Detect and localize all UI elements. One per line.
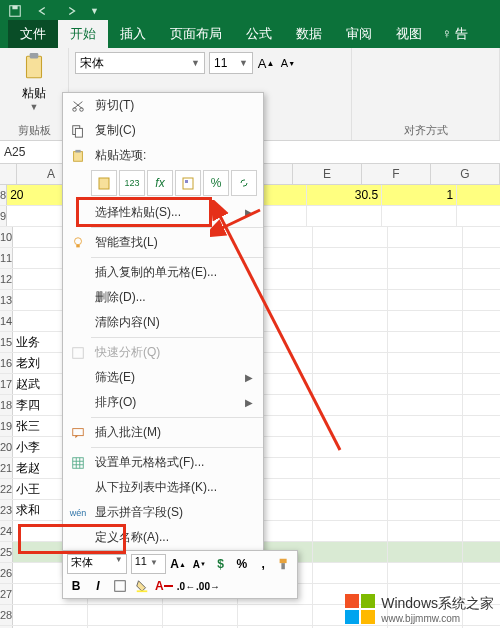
cell[interactable] xyxy=(313,269,388,289)
cell[interactable] xyxy=(463,479,500,499)
undo-icon[interactable] xyxy=(34,2,52,20)
ctx-insert-comment[interactable]: 插入批注(M) xyxy=(63,420,263,445)
name-box[interactable]: A25 xyxy=(0,143,65,161)
cell[interactable] xyxy=(382,206,457,226)
font-name-combo[interactable]: 宋体 ▼ xyxy=(75,52,205,74)
ctx-insert-copied[interactable]: 插入复制的单元格(E)... xyxy=(63,260,263,285)
paste-opt-formatting[interactable] xyxy=(175,170,201,196)
row-header[interactable]: 20 xyxy=(0,437,13,457)
paste-opt-values[interactable]: 123 xyxy=(119,170,145,196)
tab-pagelayout[interactable]: 页面布局 xyxy=(158,20,234,48)
paste-dropdown-icon[interactable]: ▼ xyxy=(30,102,39,112)
tab-formulas[interactable]: 公式 xyxy=(234,20,284,48)
mini-decrease-font-icon[interactable]: A▼ xyxy=(191,555,208,573)
mini-format-painter-icon[interactable] xyxy=(276,555,293,573)
ctx-filter[interactable]: 筛选(E) ▶ xyxy=(63,365,263,390)
cell[interactable]: 1 xyxy=(382,185,457,205)
row-header[interactable]: 9 xyxy=(0,206,7,226)
row-header[interactable]: 12 xyxy=(0,269,13,289)
cell[interactable] xyxy=(463,269,500,289)
row-header[interactable]: 19 xyxy=(0,416,13,436)
save-icon[interactable] xyxy=(6,2,24,20)
row-header[interactable]: 27 xyxy=(0,584,13,604)
qat-dropdown-icon[interactable]: ▼ xyxy=(90,6,99,16)
cell[interactable] xyxy=(388,395,463,415)
cell[interactable] xyxy=(313,395,388,415)
mini-decrease-decimal-icon[interactable]: .0← xyxy=(177,577,195,595)
tell-me[interactable]: ♀ 告 xyxy=(434,20,476,48)
cell[interactable] xyxy=(313,374,388,394)
cell[interactable] xyxy=(457,185,500,205)
row-header[interactable]: 17 xyxy=(0,374,13,394)
cell[interactable] xyxy=(313,542,388,562)
cell[interactable] xyxy=(313,563,388,583)
row-header[interactable]: 22 xyxy=(0,479,13,499)
cell[interactable] xyxy=(463,227,500,247)
cell[interactable] xyxy=(463,563,500,583)
cell[interactable] xyxy=(13,605,88,625)
cell[interactable] xyxy=(313,416,388,436)
cell[interactable] xyxy=(463,542,500,562)
cell[interactable] xyxy=(388,269,463,289)
tab-review[interactable]: 审阅 xyxy=(334,20,384,48)
cell[interactable] xyxy=(388,416,463,436)
cell[interactable] xyxy=(463,458,500,478)
cell[interactable] xyxy=(463,416,500,436)
row-header[interactable]: 23 xyxy=(0,500,13,520)
cell[interactable] xyxy=(388,563,463,583)
cell[interactable] xyxy=(463,290,500,310)
ctx-format-cells[interactable]: 设置单元格格式(F)... xyxy=(63,450,263,475)
tab-home[interactable]: 开始 xyxy=(58,20,108,48)
row-header[interactable]: 18 xyxy=(0,395,13,415)
cell[interactable] xyxy=(313,227,388,247)
font-size-combo[interactable]: 11 ▼ xyxy=(209,52,253,74)
cell[interactable] xyxy=(313,311,388,331)
row-header[interactable]: 15 xyxy=(0,332,13,352)
cell[interactable] xyxy=(163,605,238,625)
cell[interactable] xyxy=(463,311,500,331)
cell[interactable] xyxy=(388,311,463,331)
cell[interactable] xyxy=(463,248,500,268)
cell[interactable] xyxy=(388,500,463,520)
row-header[interactable]: 13 xyxy=(0,290,13,310)
ctx-clear[interactable]: 清除内容(N) xyxy=(63,310,263,335)
cell[interactable] xyxy=(463,332,500,352)
ctx-copy[interactable]: 复制(C) xyxy=(63,118,263,143)
cell[interactable] xyxy=(463,500,500,520)
redo-icon[interactable] xyxy=(62,2,80,20)
paste-opt-all[interactable] xyxy=(91,170,117,196)
mini-increase-decimal-icon[interactable]: .00→ xyxy=(199,577,217,595)
mini-increase-font-icon[interactable]: A▲ xyxy=(170,555,187,573)
cell[interactable] xyxy=(313,248,388,268)
row-header[interactable]: 11 xyxy=(0,248,13,268)
tab-insert[interactable]: 插入 xyxy=(108,20,158,48)
tab-data[interactable]: 数据 xyxy=(284,20,334,48)
increase-font-icon[interactable]: A▲ xyxy=(257,54,275,72)
cell[interactable] xyxy=(388,290,463,310)
cell[interactable] xyxy=(463,374,500,394)
row-header[interactable]: 25 xyxy=(0,542,13,562)
mini-accounting-icon[interactable]: $ xyxy=(212,555,229,573)
row-header[interactable]: 28 xyxy=(0,605,13,625)
row-header[interactable]: 26 xyxy=(0,563,13,583)
cell[interactable] xyxy=(313,437,388,457)
row-header[interactable]: 16 xyxy=(0,353,13,373)
select-all-triangle[interactable] xyxy=(0,164,17,184)
cell[interactable] xyxy=(88,605,163,625)
paste-opt-percent[interactable]: % xyxy=(203,170,229,196)
paste-opt-formulas[interactable]: fx xyxy=(147,170,173,196)
col-header-F[interactable]: F xyxy=(362,164,431,184)
mini-fill-color-icon[interactable] xyxy=(133,577,151,595)
cell[interactable] xyxy=(313,521,388,541)
cell[interactable] xyxy=(457,206,500,226)
mini-comma-icon[interactable]: , xyxy=(254,555,271,573)
cell[interactable] xyxy=(313,332,388,352)
tab-file[interactable]: 文件 xyxy=(8,20,58,48)
cell[interactable] xyxy=(313,290,388,310)
cell[interactable] xyxy=(307,206,382,226)
mini-bold-button[interactable]: B xyxy=(67,577,85,595)
row-header[interactable]: 8 xyxy=(0,185,7,205)
tab-view[interactable]: 视图 xyxy=(384,20,434,48)
cell[interactable] xyxy=(313,353,388,373)
cell[interactable] xyxy=(388,248,463,268)
